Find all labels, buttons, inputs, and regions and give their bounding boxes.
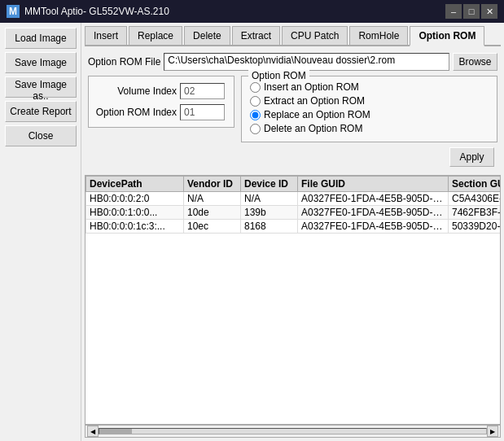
radio-insert-label: Insert an Option ROM	[264, 81, 359, 93]
app-icon: M	[7, 5, 20, 18]
option-rom-index-input[interactable]	[180, 104, 225, 120]
col-devicepath: DevicePath	[86, 177, 184, 192]
file-row: Option ROM File C:\Users\cha\Desktop\nvi…	[88, 53, 497, 71]
radio-extract[interactable]: Extract an Option ROM	[250, 95, 489, 107]
cell-deviceid: 139b	[241, 206, 298, 220]
tab-optionrom[interactable]: Option ROM	[410, 26, 484, 46]
table-header-row: DevicePath Vendor ID Device ID File GUID…	[86, 177, 501, 192]
scroll-left-arrow[interactable]: ◀	[87, 426, 99, 437]
tab-extract[interactable]: Extract	[232, 26, 280, 45]
table-row[interactable]: HB0:0:0:0:1c:3:...10ec8168A0327FE0-1FDA-…	[86, 220, 501, 234]
sidebar: Load Image Save Image Save Image as.. Cr…	[0, 23, 81, 441]
index-group: Volume Index Option ROM Index	[88, 76, 234, 128]
radio-extract-label: Extract an Option ROM	[264, 95, 365, 107]
minimize-button[interactable]: –	[445, 4, 462, 19]
title-bar-title: MMTool Aptio- GL552VW-AS.210	[24, 6, 445, 17]
radio-extract-input[interactable]	[250, 96, 261, 107]
radio-insert-input[interactable]	[250, 82, 261, 93]
title-bar: M MMTool Aptio- GL552VW-AS.210 – □ ✕	[0, 0, 504, 23]
tab-romhole[interactable]: RomHole	[349, 26, 408, 45]
main-container: Load Image Save Image Save Image as.. Cr…	[0, 23, 504, 441]
cell-fileguid: A0327FE0-1FDA-4E5B-905D-B510C45A61D0	[298, 192, 449, 206]
cell-deviceid: N/A	[241, 192, 298, 206]
radio-delete-label: Delete an Option ROM	[264, 123, 362, 134]
tab-bar: Insert Replace Delete Extract CPU Patch …	[85, 26, 501, 46]
radio-insert[interactable]: Insert an Option ROM	[250, 81, 489, 93]
col-deviceid: Device ID	[241, 177, 298, 192]
option-rom-panel: Option ROM File C:\Users\cha\Desktop\nvi…	[85, 50, 501, 175]
cell-vendorid: N/A	[184, 192, 241, 206]
table-row[interactable]: HB0:0:0:0:2:0N/AN/AA0327FE0-1FDA-4E5B-90…	[86, 192, 501, 206]
maximize-button[interactable]: □	[463, 4, 480, 19]
radio-replace[interactable]: Replace an Option ROM	[250, 109, 489, 120]
tab-replace[interactable]: Replace	[129, 26, 182, 45]
middle-section: Volume Index Option ROM Index Option ROM	[88, 76, 497, 167]
group-legend: Option ROM	[248, 70, 309, 81]
table-row[interactable]: HB0:0:0:1:0:0...10de139bA0327FE0-1FDA-4E…	[86, 206, 501, 220]
scrollbar-track[interactable]	[99, 428, 487, 434]
title-bar-controls: – □ ✕	[445, 4, 497, 19]
load-image-button[interactable]: Load Image	[5, 28, 77, 49]
browse-button[interactable]: Browse	[453, 53, 497, 71]
save-image-as-button[interactable]: Save Image as..	[5, 76, 77, 98]
content-area: Insert Replace Delete Extract CPU Patch …	[81, 23, 504, 441]
cell-devicepath: HB0:0:0:0:2:0	[86, 192, 184, 206]
radio-delete-input[interactable]	[250, 124, 261, 134]
cell-fileguid: A0327FE0-1FDA-4E5B-905D-B510C45A61D0	[298, 206, 449, 220]
data-table: DevicePath Vendor ID Device ID File GUID…	[85, 176, 500, 234]
scrollbar-thumb[interactable]	[99, 429, 132, 434]
cell-vendorid: 10ec	[184, 220, 241, 234]
create-report-button[interactable]: Create Report	[5, 101, 77, 122]
tab-cpupatch[interactable]: CPU Patch	[282, 26, 348, 45]
scroll-right-arrow[interactable]: ▶	[487, 426, 498, 437]
cell-devicepath: HB0:0:0:1:0:0...	[86, 206, 184, 220]
cell-vendorid: 10de	[184, 206, 241, 220]
option-rom-group: Option ROM Insert an Option ROM Extract …	[241, 76, 497, 142]
table-wrapper[interactable]: DevicePath Vendor ID Device ID File GUID…	[85, 176, 500, 424]
volume-index-row: Volume Index	[95, 83, 227, 99]
cell-sectionguid: C5A4306E-E247-4E...	[449, 192, 501, 206]
volume-index-input[interactable]	[180, 83, 225, 99]
cell-fileguid: A0327FE0-1FDA-4E5B-905D-B510C45A61D0	[298, 220, 449, 234]
option-rom-index-row: Option ROM Index	[95, 104, 227, 120]
tab-insert[interactable]: Insert	[85, 26, 127, 45]
volume-index-label: Volume Index	[95, 85, 177, 97]
radio-replace-input[interactable]	[250, 110, 261, 120]
file-path-display: C:\Users\cha\Desktop\nvidia\Nouveau doss…	[164, 53, 449, 71]
table-section: DevicePath Vendor ID Device ID File GUID…	[85, 175, 501, 425]
apply-btn-wrap: Apply	[241, 147, 497, 167]
col-vendorid: Vendor ID	[184, 177, 241, 192]
radio-delete[interactable]: Delete an Option ROM	[250, 123, 489, 134]
cell-sectionguid: 50339D20-C90A-4B...	[449, 220, 501, 234]
cell-sectionguid: 7462FB3F-CAFD-40...	[449, 206, 501, 220]
radio-replace-label: Replace an Option ROM	[264, 109, 370, 120]
option-rom-index-label: Option ROM Index	[95, 107, 177, 118]
horizontal-scrollbar[interactable]: ◀ ▶	[85, 425, 501, 438]
file-label: Option ROM File	[88, 56, 160, 68]
cell-devicepath: HB0:0:0:0:1c:3:...	[86, 220, 184, 234]
col-sectionguid: Section GUID	[449, 177, 501, 192]
cell-deviceid: 8168	[241, 220, 298, 234]
tab-delete[interactable]: Delete	[184, 26, 230, 45]
close-button[interactable]: Close	[5, 125, 77, 146]
apply-button[interactable]: Apply	[449, 147, 494, 167]
col-fileguid: File GUID	[298, 177, 449, 192]
close-window-button[interactable]: ✕	[481, 4, 497, 19]
save-image-button[interactable]: Save Image	[5, 52, 77, 73]
